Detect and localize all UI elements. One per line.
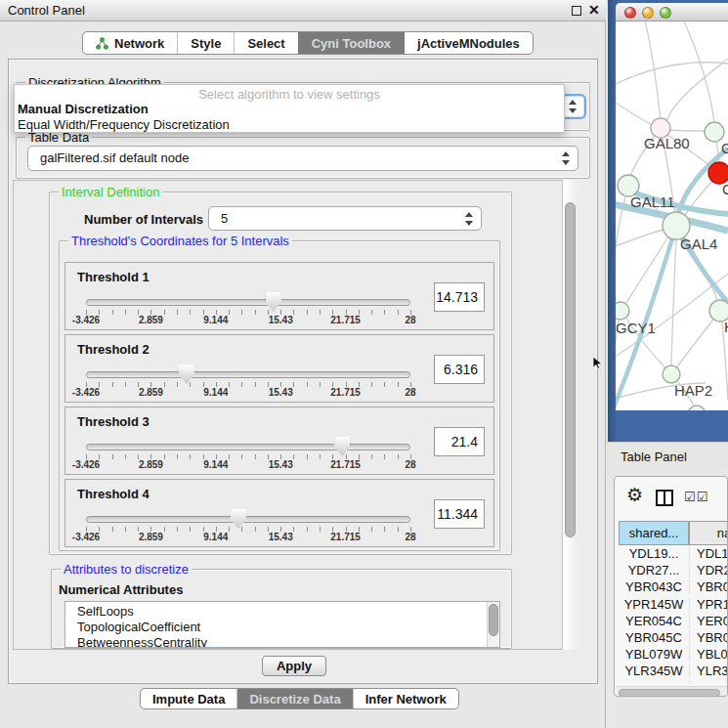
node-label-partial-red: C xyxy=(722,181,728,197)
attribute-item-topologicalcoefficient[interactable]: TopologicalCoefficient xyxy=(77,620,499,635)
threshold-value-field[interactable]: 21.4 xyxy=(434,427,485,456)
node-label-partial-h: H xyxy=(724,319,728,335)
tick-label: 9.144 xyxy=(203,459,228,470)
number-of-intervals-value: 5 xyxy=(221,211,228,226)
table-row[interactable]: YBR045CYBR0 xyxy=(619,630,728,647)
tab-label: Network xyxy=(114,36,164,51)
apply-button[interactable]: Apply xyxy=(262,656,326,676)
tab-cyni-toolbox[interactable]: Cyni Toolbox xyxy=(298,32,404,54)
table-row[interactable]: YBR043CYBR0 xyxy=(619,579,728,596)
tick-label: 21.715 xyxy=(330,387,361,398)
mac-zoom-icon[interactable] xyxy=(660,7,671,19)
threshold-value-field[interactable]: 14.713 xyxy=(434,282,485,312)
float-window-icon[interactable] xyxy=(572,6,581,16)
network-view-window[interactable]: GAL80 GA C GAL11 GAL4 GCY1 H HAP2 xyxy=(616,3,728,410)
table-row[interactable]: YDL19...YDL1 xyxy=(619,546,728,563)
cell-name: YBR0 xyxy=(689,579,728,594)
tick-label: 2.859 xyxy=(139,532,163,542)
cell-name: YLR3 xyxy=(689,664,728,678)
columns-icon[interactable] xyxy=(656,490,673,506)
tick-label: 21.715 xyxy=(330,459,361,470)
column-header-name[interactable]: na xyxy=(689,521,728,545)
threshold-value-field[interactable]: 11.344 xyxy=(434,499,485,529)
tab-select[interactable]: Select xyxy=(234,32,297,54)
cell-shared-name: YLR345W xyxy=(619,664,689,678)
algorithm-dropdown-popup: Select algorithm to view settings Manual… xyxy=(14,84,565,133)
tick-label: -3.426 xyxy=(72,532,100,542)
number-of-intervals-label: Number of Intervals xyxy=(84,212,203,227)
bottom-tab-infer-network[interactable]: Infer Network xyxy=(353,689,458,708)
node-hap2[interactable] xyxy=(663,365,680,383)
table-row[interactable]: YDR27...YDR2 xyxy=(619,563,728,579)
table-row[interactable]: YIL053CYIL0 xyxy=(619,681,728,684)
bottom-tab-discretize-data[interactable]: Discretize Data xyxy=(236,689,352,708)
number-of-intervals-combobox[interactable]: 5 xyxy=(208,206,482,231)
tab-jactivemnodules[interactable]: jActiveMNodules xyxy=(404,32,533,54)
horizontal-scrollbar-thumb[interactable] xyxy=(619,689,720,697)
attributes-scrollbar-thumb[interactable] xyxy=(489,604,498,636)
table-row[interactable]: YBL079WYBL0 xyxy=(619,647,728,664)
threshold-slider-track[interactable] xyxy=(86,444,410,450)
horizontal-scrollbar[interactable] xyxy=(617,686,727,697)
table-row[interactable]: YER054CYER0 xyxy=(619,614,728,630)
network-window-titlebar[interactable] xyxy=(616,3,728,21)
threshold-slider-track[interactable] xyxy=(86,371,410,378)
node-label-hap2: HAP2 xyxy=(674,382,712,399)
node-label-gal80: GAL80 xyxy=(644,135,690,151)
threshold-slider-track[interactable] xyxy=(86,516,410,523)
tick-label: 2.859 xyxy=(139,315,163,325)
threshold-value-field[interactable]: 6.316 xyxy=(434,355,485,384)
node-partial-bottom[interactable] xyxy=(688,406,706,410)
table-data-combobox[interactable]: galFiltered.sif default node xyxy=(27,146,578,171)
table-row[interactable]: YLR345WYLR3 xyxy=(619,664,728,680)
threshold-panel-2: Threshold 2-3.4262.8599.14415.4321.71528… xyxy=(64,334,494,403)
cell-name: YPR1 xyxy=(689,597,728,612)
threshold-slider-thumb[interactable] xyxy=(266,292,281,312)
mac-close-icon[interactable] xyxy=(624,7,636,19)
mouse-cursor xyxy=(593,357,603,369)
cell-shared-name: YBR043C xyxy=(619,579,689,594)
cell-shared-name: YIL053C xyxy=(619,681,689,684)
node-partial-top[interactable] xyxy=(705,122,724,142)
tick-label: 9.144 xyxy=(203,532,228,542)
gear-icon[interactable]: ⚙ xyxy=(626,486,643,504)
tab-style[interactable]: Style xyxy=(177,32,234,54)
network-canvas[interactable]: GAL80 GA C GAL11 GAL4 GCY1 H HAP2 xyxy=(616,21,728,410)
dropdown-option-manual-discretization[interactable]: Manual Discretization xyxy=(18,102,149,116)
threshold-slider-thumb[interactable] xyxy=(231,509,246,529)
combo-stepper-icon xyxy=(569,100,578,113)
column-header-shared-name[interactable]: shared... xyxy=(619,521,689,545)
tick-label: 9.144 xyxy=(203,315,228,325)
threshold-slider-thumb[interactable] xyxy=(179,364,194,384)
tick-label: 15.43 xyxy=(269,532,293,542)
threshold-label: Threshold 4 xyxy=(77,487,150,501)
threshold-label: Threshold 1 xyxy=(77,270,150,284)
select-columns-icon[interactable]: ☑☑ xyxy=(684,490,708,504)
tick-label: 15.43 xyxy=(269,459,293,470)
attribute-item-betweennesscentrality[interactable]: BetweennessCentrality xyxy=(77,635,499,648)
close-icon[interactable]: ✕ xyxy=(588,2,600,18)
slider-ticks xyxy=(86,527,411,532)
tab-network[interactable]: Network xyxy=(83,32,177,54)
node-label-gal11: GAL11 xyxy=(630,193,675,210)
bottom-tab-impute-data[interactable]: Impute Data xyxy=(141,689,236,708)
tick-label: -3.426 xyxy=(72,315,100,325)
threshold-slider-thumb[interactable] xyxy=(334,437,350,456)
table-panel: ⚙ ☑☑ shared... na YDL19...YDL1YDR27...YD… xyxy=(614,476,728,697)
app-root: Control Panel ✕ NetworkStyleSelectCyni T… xyxy=(0,0,728,728)
threshold-panel-3: Threshold 3-3.4262.8599.14415.4321.71528… xyxy=(64,407,494,475)
dropdown-option-equal-width-frequency-discretization[interactable]: Equal Width/Frequency Discretization xyxy=(18,117,230,132)
cell-shared-name: YBL079W xyxy=(619,647,689,662)
table-row[interactable]: YPR145WYPR1 xyxy=(619,597,728,614)
threshold-slider-track[interactable] xyxy=(86,299,410,306)
node-gcy1[interactable] xyxy=(616,302,629,320)
cell-name: YBR0 xyxy=(689,630,728,645)
vertical-scrollbar-thumb[interactable] xyxy=(565,202,576,537)
tick-label: 9.144 xyxy=(203,387,228,398)
threshold-panel-1: Threshold 1-3.4262.8599.14415.4321.71528… xyxy=(64,262,494,330)
tick-label: 15.43 xyxy=(269,315,293,325)
top-tab-bar: NetworkStyleSelectCyni ToolboxjActiveMNo… xyxy=(82,31,534,55)
attribute-item-selfloops[interactable]: SelfLoops xyxy=(77,604,499,620)
cell-shared-name: YDR27... xyxy=(619,563,689,578)
mac-minimize-icon[interactable] xyxy=(642,7,654,19)
